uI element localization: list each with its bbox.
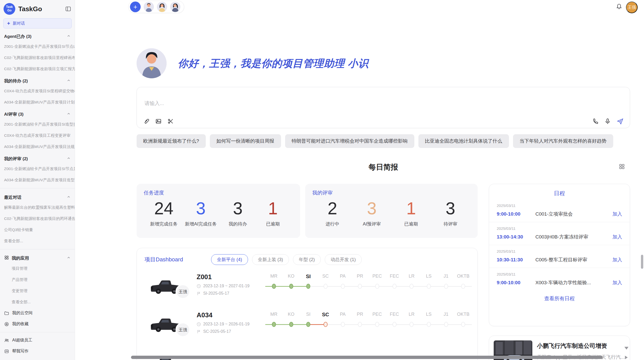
project-row[interactable]: 王强 A034 2023-12-19 ~ 2026-01-19 SC-2025-… <box>137 306 477 344</box>
stat-item: 3 AI预评审 <box>358 199 386 227</box>
send-icon[interactable] <box>617 118 624 125</box>
schedule-date: 2025/03/11 <box>497 226 622 231</box>
sidebar-group-my-review[interactable]: 我的评审 (2) <box>0 152 75 163</box>
sidebar-item[interactable]: C0X4-动力总成开发项目SI里程碑提交物检查 <box>0 85 75 97</box>
stat-label: 新增完成任务 <box>150 221 178 227</box>
stat-item: 3 我的待办 <box>224 199 252 227</box>
agent-avatar-2[interactable] <box>157 2 167 12</box>
suggestion-chip[interactable]: 欧洲新规最近颁布了什么? <box>137 134 206 148</box>
dashboard-title: 项目Dashboard <box>144 256 183 263</box>
sidebar-item-creative-drawing[interactable]: 创意制图 <box>0 357 75 360</box>
vertical-scrollbar[interactable] <box>641 255 643 269</box>
join-meeting-button[interactable]: 加入 <box>612 234 622 240</box>
sidebar-item-help-me-write[interactable]: 帮我写作 <box>0 346 75 357</box>
star-badge-icon <box>4 322 9 327</box>
collapse-sidebar-icon[interactable] <box>65 6 71 12</box>
tab-model-year[interactable]: 年型 (2) <box>293 254 321 265</box>
join-meeting-button[interactable]: 加入 <box>612 257 622 263</box>
milestone-dot <box>427 322 431 327</box>
schedule-date: 2025/03/11 <box>497 203 622 208</box>
milestone: J1 <box>437 312 455 329</box>
sidebar-item[interactable]: A034-全新新能源MUV产品开发项目造型可行性评审 <box>0 174 75 186</box>
project-row[interactable]: 王强 Z001 2023-12-19 ~ 2027-01-19 SI-2025-… <box>137 267 477 306</box>
sidebar-item[interactable]: Z001-全新燃油轻卡产品开发项目SI造型提交物评审 <box>0 119 75 130</box>
quick-access-pill: + <box>128 1 184 13</box>
view-all-schedule-link[interactable]: 查看所有日程 <box>544 295 575 302</box>
sidebar-item[interactable]: Z001-全新燃油皮卡产品开发项目SI节点Lesson Learn报告 <box>0 41 75 52</box>
milestone-dot <box>427 284 431 289</box>
phone-call-icon[interactable] <box>592 118 599 125</box>
sidebar-group-my-todo[interactable]: 我的待办 (2) <box>0 74 75 85</box>
flag-icon <box>197 329 201 334</box>
scroll-down-arrow-icon[interactable] <box>624 347 628 350</box>
tab-powertrain[interactable]: 动总开发 (1) <box>325 254 362 265</box>
attachment-icon[interactable] <box>143 118 150 125</box>
join-meeting-button[interactable]: 加入 <box>612 279 622 286</box>
tab-new-body[interactable]: 全新上装 (3) <box>252 254 289 265</box>
sidebar-group-my-apps[interactable]: 我的应用 <box>0 252 75 263</box>
my-review-card: 我的评审 2 进行中 3 AI预评审 1 已逾期 3 待评审 <box>305 184 478 238</box>
add-agent-button[interactable]: + <box>130 2 141 12</box>
project-info: A034 2023-12-19 ~ 2026-01-19 SC-2025-05-… <box>197 311 250 334</box>
schedule-name: X003-车辆动力学性能验... <box>535 279 612 286</box>
milestone: LS <box>420 312 437 329</box>
sidebar-item[interactable]: C02-飞腾新能源轻客改款项目里程碑画布 <box>0 52 75 63</box>
recent-chat-item[interactable]: 解释最新出台的欧盟报废车法规再生塑料比例被调至15%... <box>0 202 75 213</box>
plus-icon: + <box>7 21 10 26</box>
app-item-product-mgmt[interactable]: 产品管理 <box>0 274 75 285</box>
horizontal-scrollbar[interactable] <box>131 356 603 359</box>
scissors-icon[interactable] <box>167 118 174 125</box>
microphone-icon[interactable] <box>604 118 611 125</box>
milestone-label: SI <box>306 274 311 281</box>
sidebar-item[interactable]: A034-全新新能源MUV产品开发项目法规符合性评审 <box>0 141 75 152</box>
sidebar-item-cloud-space[interactable]: 我的云空间 <box>0 308 75 319</box>
stat-label: 新增AI完成任务 <box>185 221 217 227</box>
schedule-time: 9:00-10:00 <box>497 280 535 286</box>
sidebar-item-ai-super-staff[interactable]: AI超级员工 <box>0 335 75 346</box>
suggestion-chip[interactable]: 如何写一份清晰的项目周报 <box>210 134 281 148</box>
milestone: OKTB <box>455 274 472 291</box>
app-item-project-mgmt[interactable]: 项目管理 <box>0 263 75 274</box>
briefing-layout-icon[interactable] <box>619 163 625 171</box>
app-item-change-mgmt[interactable]: 变更管理 <box>0 285 75 296</box>
sidebar-item[interactable]: A034-全新新能源MUV产品开发项目计划变更表编写 <box>0 97 75 108</box>
sidebar-group-recent-chats[interactable]: 最近对话 <box>0 191 75 202</box>
bell-icon[interactable] <box>616 3 622 11</box>
image-upload-icon[interactable] <box>155 118 162 125</box>
stat-value: 1 <box>268 199 278 217</box>
suggestion-chip[interactable]: 特朗普可能对进口汽车增税会对中国车企造成哪些影响 <box>285 134 414 148</box>
sidebar-divider <box>0 249 75 249</box>
recent-chat-item[interactable]: C02-飞腾新能源轻客改款项目的闭环通告反馈情况 <box>0 213 75 224</box>
sidebar-item[interactable]: C0X4-动力总成开发项目工程变更评审 <box>0 130 75 141</box>
sidebar-item[interactable]: C02-飞腾新能源轻客改款项目立项汇报方案 <box>0 63 75 74</box>
join-meeting-button[interactable]: 加入 <box>612 211 622 217</box>
stat-item: 24 新增完成任务 <box>150 199 178 227</box>
schedule-title: 日程 <box>489 184 630 197</box>
stat-label: 已逾期 <box>266 221 280 227</box>
user-avatar[interactable]: 王强 <box>626 2 638 13</box>
agent-avatar-1[interactable] <box>144 2 154 12</box>
milestone-label: PEC <box>372 274 382 281</box>
tab-new-platform[interactable]: 全新平台 (4) <box>211 254 248 265</box>
card-title: 我的评审 <box>305 184 478 196</box>
suggestion-chip[interactable]: 比亚迪全固态电池计划具体说了什么 <box>418 134 509 148</box>
sidebar-group-ai-review[interactable]: AI评审 (3) <box>0 108 75 119</box>
scroll-right-arrow-icon[interactable] <box>625 356 628 359</box>
recent-chat-item[interactable]: 公司Q3轻卡销量 <box>0 224 75 235</box>
project-code: Z001 <box>197 273 250 281</box>
stat-value: 24 <box>154 199 173 217</box>
new-chat-button[interactable]: + 新对话 <box>3 18 72 28</box>
milestone-dot <box>392 322 397 327</box>
view-all-apps-link[interactable]: 查看全部... <box>0 296 75 308</box>
agent-avatar-3[interactable] <box>170 2 180 12</box>
milestone: PA <box>334 274 352 291</box>
sidebar-item[interactable]: Z001-全新燃油轻卡产品开发项目SI节点属性5D文件评审 <box>0 163 75 174</box>
view-all-chats-link[interactable]: 查看全部... <box>0 235 75 247</box>
milestone: PA <box>334 312 352 329</box>
chevron-up-icon <box>67 256 71 261</box>
suggestion-chip[interactable]: 当下年轻人对汽车外观有怎样的喜好趋势 <box>513 134 613 148</box>
sidebar-item-favorites[interactable]: 我的收藏 <box>0 319 75 329</box>
sidebar-group-agent-done[interactable]: Agent已办 (3) <box>0 30 75 41</box>
chat-input[interactable] <box>137 87 630 112</box>
schedule-date: 2025/03/11 <box>497 249 622 253</box>
